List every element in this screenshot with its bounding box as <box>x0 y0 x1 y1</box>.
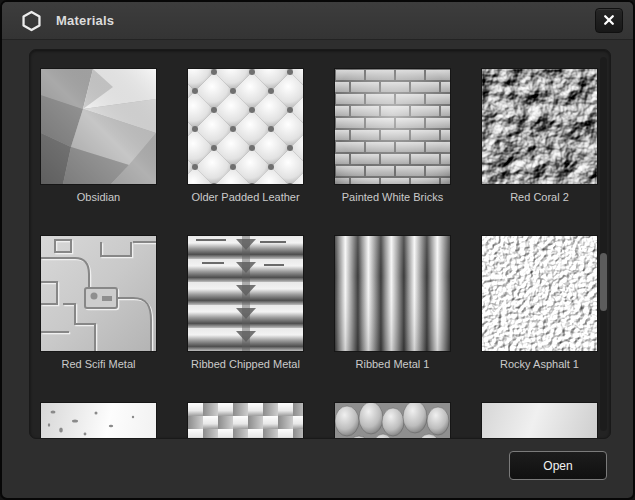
material-tile[interactable]: Rocky Asphalt 1 <box>482 236 597 403</box>
close-button[interactable] <box>595 8 623 33</box>
open-button[interactable]: Open <box>509 451 607 480</box>
material-thumbnail <box>188 69 303 184</box>
window-title: Materials <box>56 13 114 28</box>
material-name: Painted White Bricks <box>319 191 466 203</box>
material-thumbnail <box>335 69 450 184</box>
scrollbar-thumb[interactable] <box>600 253 607 311</box>
material-tile[interactable]: Ribbed Chipped Metal <box>188 236 303 403</box>
material-tile[interactable]: Obsidian <box>41 69 156 236</box>
material-name: Rocky Asphalt 1 <box>466 358 611 370</box>
material-name: Red Coral 2 <box>466 191 611 203</box>
titlebar: Materials <box>2 2 633 40</box>
hexagon-logo-icon <box>20 9 43 33</box>
material-thumbnail <box>41 236 156 351</box>
material-tile[interactable]: Ribbed Metal 1 <box>335 236 450 403</box>
material-tile[interactable]: Painted White Bricks <box>335 69 450 236</box>
materials-grid-panel: Obsidian Old <box>29 49 611 439</box>
material-tile[interactable]: Red Scifi Metal <box>41 236 156 403</box>
material-tile[interactable] <box>482 403 597 439</box>
material-tile[interactable]: Red Coral 2 <box>482 69 597 236</box>
material-tile[interactable] <box>335 403 450 439</box>
material-thumbnail <box>41 403 156 439</box>
material-name: Obsidian <box>29 191 172 203</box>
material-name: Red Scifi Metal <box>29 358 172 370</box>
material-thumbnail <box>482 69 597 184</box>
material-name: Older Padded Leather <box>172 191 319 203</box>
material-thumbnail <box>41 69 156 184</box>
scrollbar-track[interactable] <box>600 57 607 431</box>
materials-grid: Obsidian Old <box>41 69 597 439</box>
material-thumbnail <box>188 403 303 439</box>
material-name: Ribbed Metal 1 <box>319 358 466 370</box>
x-icon <box>603 12 615 30</box>
materials-dialog: Materials Obsidia <box>0 0 635 500</box>
material-name: Ribbed Chipped Metal <box>172 358 319 370</box>
material-tile[interactable] <box>41 403 156 439</box>
material-thumbnail <box>482 236 597 351</box>
material-thumbnail <box>188 236 303 351</box>
material-thumbnail <box>335 403 450 439</box>
material-tile[interactable] <box>188 403 303 439</box>
material-tile[interactable]: Older Padded Leather <box>188 69 303 236</box>
material-thumbnail <box>335 236 450 351</box>
material-thumbnail <box>482 403 597 439</box>
